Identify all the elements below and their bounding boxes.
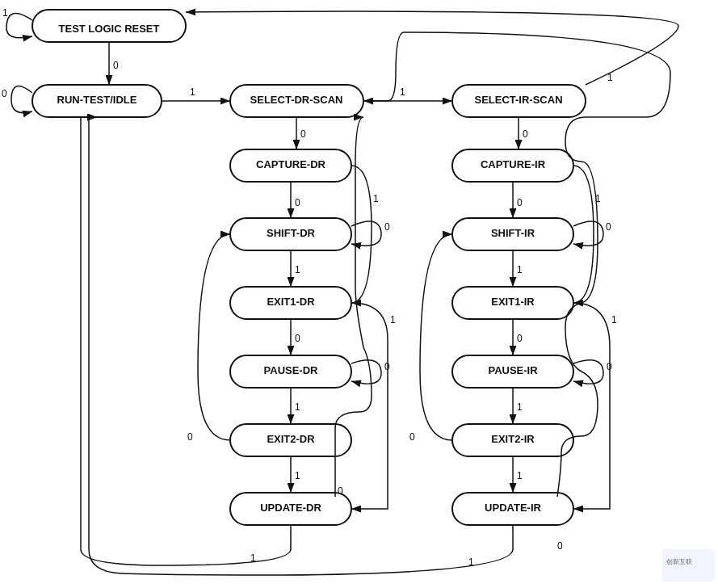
label-update-ir: UPDATE-IR <box>485 502 541 514</box>
arrow-e1ir-to-uir <box>573 303 610 509</box>
label-uir-to-sdr-val: 0 <box>557 540 563 552</box>
label-pir-self: 0 <box>607 361 612 372</box>
label-udr-to-rti-1: 1 <box>250 552 256 564</box>
label-exit1-dr: EXIT1-DR <box>267 296 315 308</box>
label-uir-to-rti: 1 <box>468 556 474 568</box>
label-shir-to-e1ir: 1 <box>517 264 523 275</box>
label-e2dr-to-udr: 1 <box>295 470 300 481</box>
label-cir-to-shir: 0 <box>517 197 523 208</box>
label-exit1-ir: EXIT1-IR <box>491 296 535 308</box>
label-e2ir-to-uir: 1 <box>517 470 523 481</box>
label-cdr-to-shdr: 0 <box>295 197 300 208</box>
label-shift-dr: SHIFT-DR <box>267 227 316 239</box>
arrow-rti-self <box>11 86 32 112</box>
label-rti-to-sdr: 1 <box>190 86 195 98</box>
label-select-ir-scan: SELECT-IR-SCAN <box>474 94 562 106</box>
label-e1dr-to-pdr: 0 <box>295 333 300 344</box>
label-e1ir-to-pir: 0 <box>517 333 523 344</box>
label-e1dr-to-udr: 1 <box>390 314 396 326</box>
label-run-test-idle: RUN-TEST/IDLE <box>57 94 137 106</box>
arrow-pdr-self <box>351 360 381 384</box>
label-rti-self: 0 <box>2 88 7 99</box>
label-update-dr: UPDATE-DR <box>260 502 321 514</box>
label-sir-to-tlr: 1 <box>607 72 613 83</box>
label-e1ir-to-uir: 1 <box>611 314 617 326</box>
arrow-pir-self <box>573 360 603 384</box>
label-tlr-self: 1 <box>2 7 8 19</box>
watermark <box>662 549 715 582</box>
arrow-e2dr-to-shdr <box>198 234 230 440</box>
label-exit2-dr: EXIT2-DR <box>267 433 315 445</box>
label-e2ir-to-shir: 0 <box>409 431 415 443</box>
label-select-dr-scan: SELECT-DR-SCAN <box>250 94 343 106</box>
label-pause-dr: PAUSE-DR <box>264 364 319 376</box>
diagram-container: TEST LOGIC RESET RUN-TEST/IDLE SELECT-DR… <box>0 0 718 588</box>
label-cdr-to-e1dr: 1 <box>373 193 379 204</box>
label-pause-ir: PAUSE-IR <box>488 364 538 376</box>
arrow-shir-self <box>573 221 603 246</box>
arrow-sir-to-tlr <box>186 11 678 85</box>
label-shir-self: 0 <box>606 221 611 233</box>
label-shdr-self: 0 <box>384 221 390 233</box>
label-sdr-to-cdr: 0 <box>300 128 306 140</box>
label-test-logic-reset: TEST LOGIC RESET <box>59 23 160 35</box>
arrow-cir-to-e1ir <box>573 166 594 303</box>
arrow-e2ir-to-shir <box>420 234 452 440</box>
label-pdr-to-e2dr: 1 <box>295 401 300 413</box>
arrow-cdr-to-e1dr <box>351 166 372 303</box>
watermark-text1: 创新互联 <box>666 558 692 565</box>
label-shift-ir: SHIFT-IR <box>491 227 535 239</box>
label-pdr-self: 0 <box>384 361 390 372</box>
label-udr-to-sdr: 0 <box>338 485 343 497</box>
label-capture-ir: CAPTURE-IR <box>481 158 546 170</box>
arrow-tlr-self <box>6 13 32 37</box>
label-shdr-to-e1dr: 1 <box>295 264 300 275</box>
label-pir-to-e2ir: 1 <box>517 401 523 413</box>
label-capture-dr: CAPTURE-DR <box>256 158 326 170</box>
label-e2dr-to-shdr: 0 <box>187 431 193 443</box>
label-sir-to-cir: 0 <box>523 128 528 140</box>
label-exit2-ir: EXIT2-IR <box>491 433 535 445</box>
label-sdr-to-sir: 1 <box>400 86 405 98</box>
label-tlr-to-rti: 0 <box>113 60 119 71</box>
